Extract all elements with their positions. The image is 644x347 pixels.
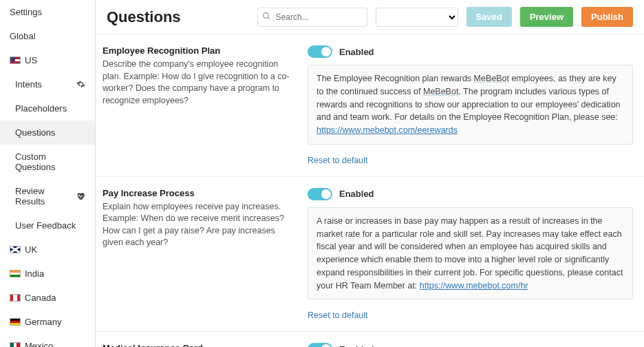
sidebar-label: Custom Questions	[15, 151, 85, 172]
highlight: MeBeBot	[474, 74, 509, 83]
answer-link[interactable]: https://www.mebebot.com/hr	[420, 281, 528, 291]
answer-box[interactable]: The Employee Recognition plan rewards Me…	[308, 65, 633, 145]
question-body: Enabled Download the United Health Care …	[308, 343, 633, 347]
page-title: Questions	[107, 8, 181, 26]
question-info: Medical Insurance Card Explain how emplo…	[103, 343, 295, 347]
question-row: Medical Insurance Card Explain how emplo…	[96, 332, 644, 347]
enabled-toggle[interactable]	[308, 188, 332, 200]
sidebar: Settings Global US Intents Placeholders …	[0, 0, 96, 347]
sidebar-review-results[interactable]: Review Results	[0, 179, 95, 213]
sidebar-label: UK	[25, 244, 37, 255]
answer-box[interactable]: A raise or increases in base pay may hap…	[308, 207, 633, 300]
question-desc: Explain how employees receive pay increa…	[103, 201, 295, 249]
sidebar-germany[interactable]: Germany	[0, 310, 95, 334]
search-input[interactable]	[257, 8, 367, 27]
sidebar-label: Germany	[25, 317, 61, 327]
reset-link[interactable]: Reset to default	[308, 156, 633, 165]
sidebar-label: India	[25, 269, 44, 279]
sidebar-label: Canada	[25, 293, 56, 303]
sidebar-user-feedback[interactable]: User Feedback	[0, 213, 95, 238]
question-body: Enabled A raise or increases in base pay…	[308, 188, 633, 321]
sidebar-settings[interactable]: Settings	[0, 0, 95, 24]
sidebar-label: US	[25, 55, 37, 65]
svg-line-1	[268, 17, 270, 19]
sidebar-us[interactable]: US	[0, 48, 95, 72]
search-wrap	[257, 8, 367, 27]
sidebar-label: Placeholders	[15, 103, 67, 114]
sidebar-label: Mexico	[25, 341, 53, 347]
question-title: Employee Recognition Plan	[103, 45, 295, 56]
gear-icon[interactable]	[76, 80, 85, 89]
toggle-row: Enabled	[308, 343, 633, 347]
flag-uk-icon	[10, 246, 21, 253]
question-title: Medical Insurance Card	[103, 343, 295, 347]
sidebar-label: Settings	[10, 7, 42, 17]
flag-india-icon	[10, 270, 21, 277]
sidebar-label: Questions	[15, 127, 56, 138]
question-row: Employee Recognition Plan Describe the c…	[96, 34, 644, 177]
question-desc: Describe the company's employee recognit…	[103, 59, 295, 107]
publish-button[interactable]: Publish	[581, 7, 633, 27]
sidebar-placeholders[interactable]: Placeholders	[0, 96, 95, 120]
sidebar-label: Global	[10, 31, 36, 41]
heart-pulse-icon	[76, 191, 85, 201]
question-body: Enabled The Employee Recognition plan re…	[308, 45, 633, 165]
svg-point-0	[263, 12, 268, 18]
answer-link[interactable]: https://www.mebebot.com/eerewards	[316, 125, 458, 135]
sidebar-canada[interactable]: Canada	[0, 286, 95, 310]
sidebar-label: User Feedback	[15, 220, 76, 231]
enabled-label: Enabled	[339, 47, 374, 57]
enabled-toggle[interactable]	[308, 45, 332, 58]
toggle-row: Enabled	[308, 45, 633, 58]
question-row: Pay Increase Process Explain how employe…	[96, 177, 644, 333]
question-title: Pay Increase Process	[103, 188, 295, 198]
sidebar-questions[interactable]: Questions	[0, 120, 95, 145]
content[interactable]: Employee Recognition Plan Describe the c…	[96, 34, 644, 347]
sidebar-custom-questions[interactable]: Custom Questions	[0, 145, 95, 179]
sidebar-label: Intents	[15, 79, 42, 90]
sidebar-india[interactable]: India	[0, 262, 95, 286]
sidebar-intents[interactable]: Intents	[0, 72, 95, 96]
sidebar-label: Review Results	[15, 186, 72, 207]
question-info: Employee Recognition Plan Describe the c…	[103, 45, 295, 165]
sidebar-global[interactable]: Global	[0, 24, 95, 48]
flag-germany-icon	[10, 318, 21, 326]
enabled-label: Enabled	[339, 344, 374, 347]
enabled-toggle[interactable]	[308, 343, 332, 347]
flag-canada-icon	[10, 294, 21, 302]
toggle-row: Enabled	[308, 188, 633, 200]
flag-mexico-icon	[10, 342, 21, 347]
enabled-label: Enabled	[339, 189, 374, 199]
highlight: MeBeBot	[423, 87, 458, 96]
search-icon	[262, 12, 271, 21]
filter-select[interactable]	[376, 8, 458, 27]
main: Questions Saved Preview Publish Employee…	[96, 0, 644, 347]
preview-button[interactable]: Preview	[520, 7, 573, 27]
sidebar-mexico[interactable]: Mexico	[0, 334, 95, 347]
question-info: Pay Increase Process Explain how employe…	[103, 188, 295, 321]
saved-button[interactable]: Saved	[466, 7, 512, 27]
flag-us-icon	[10, 56, 21, 64]
topbar: Questions Saved Preview Publish	[96, 0, 644, 34]
sidebar-uk[interactable]: UK	[0, 238, 95, 262]
reset-link[interactable]: Reset to default	[308, 311, 633, 320]
